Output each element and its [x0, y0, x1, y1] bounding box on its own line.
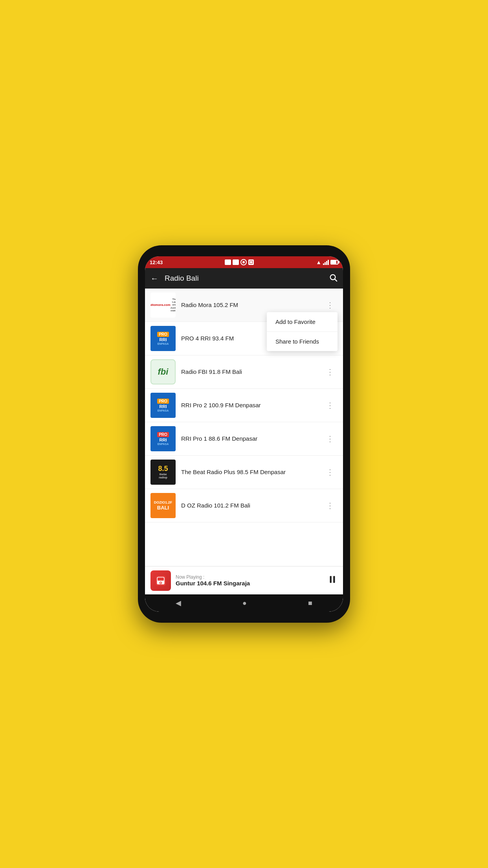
more-button-3[interactable]: ⋮	[323, 366, 338, 378]
more-button-5[interactable]: ⋮	[323, 432, 338, 445]
pause-button[interactable]	[327, 574, 338, 587]
list-item[interactable]: PRO RRI ENPASA RRI Pro 2 100.9 FM Denpas…	[145, 389, 343, 422]
list-item[interactable]: 8.5 thebe radiop The Beat Radio Plus 98.…	[145, 456, 343, 489]
more-button-6[interactable]: ⋮	[323, 466, 338, 478]
list-item[interactable]: radiomora.comThe Law and Justice station…	[145, 289, 343, 322]
back-button[interactable]: ←	[150, 274, 158, 283]
now-playing-bar: Now Playing : Guntur 104.6 FM Singaraja	[145, 566, 343, 594]
nav-home-button[interactable]: ●	[242, 599, 247, 607]
svg-rect-4	[158, 577, 164, 581]
now-playing-info: Now Playing : Guntur 104.6 FM Singaraja	[176, 574, 327, 587]
icon-circle	[240, 259, 247, 265]
radio-logo-2: PRO RRI ENPASA	[150, 326, 176, 351]
radio-list: radiomora.comThe Law and Justice station…	[145, 289, 343, 522]
search-button[interactable]	[329, 273, 338, 284]
context-menu: Add to Favorite Share to Friends	[267, 312, 338, 351]
share-to-friends-item[interactable]: Share to Friends	[267, 332, 338, 351]
now-playing-logo	[150, 570, 171, 591]
radio-logo-1: radiomora.comThe Law and Justice station	[150, 292, 176, 318]
wifi-icon: ▲	[316, 259, 321, 265]
phone-screen: 12:43 ▲	[145, 256, 343, 612]
radio-name-5: RRI Pro 1 88.6 FM Denpasar	[181, 435, 323, 443]
now-playing-label: Now Playing :	[176, 574, 327, 580]
radio-name-4: RRI Pro 2 100.9 FM Denpasar	[181, 401, 323, 409]
svg-rect-8	[333, 576, 335, 583]
more-button-4[interactable]: ⋮	[323, 399, 338, 412]
svg-point-6	[160, 582, 161, 583]
radio-logo-4: PRO RRI ENPASA	[150, 393, 176, 418]
add-to-favorite-item[interactable]: Add to Favorite	[267, 312, 338, 332]
phone-frame: 12:43 ▲	[138, 245, 350, 623]
app-title: Radio Bali	[165, 274, 329, 283]
list-item[interactable]: DOZIO1.2F BALI D OZ Radio 101.2 FM Bali …	[145, 489, 343, 522]
app-bar: ← Radio Bali	[145, 268, 343, 289]
icon-box-1	[225, 259, 231, 265]
signal-icon	[323, 259, 329, 265]
content-area: radiomora.comThe Law and Justice station…	[145, 289, 343, 566]
nav-back-button[interactable]: ◀	[176, 599, 181, 607]
icon-box-3	[248, 259, 254, 265]
more-button-1[interactable]: ⋮	[323, 299, 338, 311]
now-playing-title: Guntur 104.6 FM Singaraja	[176, 580, 327, 587]
svg-rect-7	[330, 576, 332, 583]
status-bar: 12:43 ▲	[145, 256, 343, 268]
radio-name-3: Radio FBI 91.8 FM Bali	[181, 368, 323, 376]
signal-bar-4	[328, 260, 329, 265]
icon-box-2	[233, 259, 239, 265]
radio-name-1: Radio Mora 105.2 FM	[181, 301, 323, 309]
list-item[interactable]: fbi Radio FBI 91.8 FM Bali ⋮	[145, 355, 343, 389]
radio-logo-7: DOZIO1.2F BALI	[150, 493, 176, 518]
radio-logo-5: PRO RRI ENPASA	[150, 426, 176, 451]
radio-name-6: The Beat Radio Plus 98.5 FM Denpasar	[181, 468, 323, 476]
signal-bar-3	[326, 261, 327, 265]
list-item[interactable]: PRO RRI ENPASA RRI Pro 1 88.6 FM Denpasa…	[145, 422, 343, 456]
status-right-icons: ▲	[316, 259, 338, 265]
signal-bar-2	[325, 262, 326, 265]
radio-logo-6: 8.5 thebe radiop	[150, 460, 176, 485]
status-time: 12:43	[150, 259, 163, 265]
nav-recent-button[interactable]: ■	[308, 599, 312, 607]
battery-fill	[331, 261, 336, 264]
status-left-icons	[225, 259, 254, 265]
nav-bar: ◀ ● ■	[145, 594, 343, 612]
svg-line-1	[335, 279, 337, 281]
more-button-7[interactable]: ⋮	[323, 499, 338, 512]
radio-logo-3: fbi	[150, 359, 176, 384]
radio-name-7: D OZ Radio 101.2 FM Bali	[181, 502, 323, 509]
signal-bar-1	[323, 263, 324, 265]
battery-icon	[330, 260, 338, 265]
